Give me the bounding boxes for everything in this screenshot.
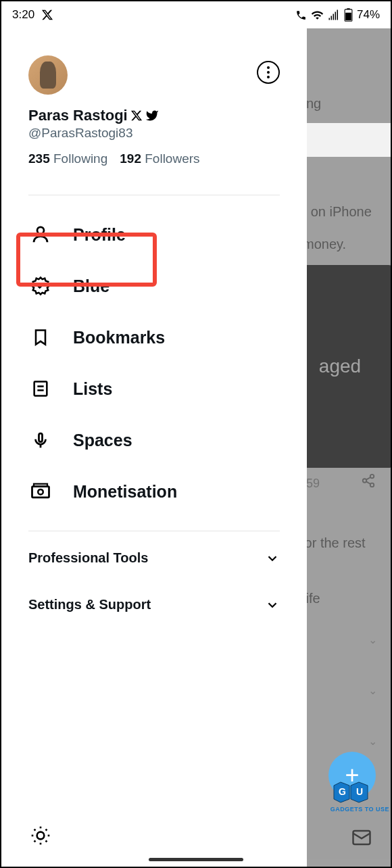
spaces-icon xyxy=(30,429,51,451)
display-name: Paras Rastogi xyxy=(28,107,128,124)
share-icon xyxy=(361,473,376,488)
svg-line-26 xyxy=(46,829,47,831)
navigation-drawer: Paras Rastogi @ParasRastogi83 235 Follow… xyxy=(1,28,307,867)
svg-rect-17 xyxy=(34,484,47,487)
svg-line-22 xyxy=(46,841,47,842)
status-time: 3:20 xyxy=(12,8,34,22)
svg-rect-10 xyxy=(34,382,47,396)
section-professional-tools-label: Professional Tools xyxy=(28,550,148,566)
home-indicator[interactable] xyxy=(149,858,243,861)
feed-backdrop: ng o on iPhone money. aged 59 for the re… xyxy=(306,28,391,867)
more-accounts-icon[interactable] xyxy=(257,61,280,84)
menu-bookmarks[interactable]: Bookmarks xyxy=(1,312,307,363)
display-name-row[interactable]: Paras Rastogi xyxy=(28,107,280,124)
backdrop-text2: money. xyxy=(303,237,346,252)
profile-icon xyxy=(30,224,51,245)
wifi-icon xyxy=(311,9,324,22)
theme-toggle-icon[interactable] xyxy=(30,825,51,846)
handle: @ParasRastogi83 xyxy=(28,126,280,141)
menu-bookmarks-label: Bookmarks xyxy=(73,328,165,347)
avatar[interactable] xyxy=(28,55,68,95)
backdrop-count: 59 xyxy=(306,477,320,491)
svg-point-18 xyxy=(37,832,45,840)
svg-line-7 xyxy=(366,477,370,480)
svg-line-6 xyxy=(366,481,370,484)
svg-text:G: G xyxy=(339,786,346,797)
menu-monetisation-label: Monetisation xyxy=(73,482,177,502)
svg-rect-13 xyxy=(39,433,43,442)
svg-rect-2 xyxy=(345,13,351,20)
watermark: G U GADGETS TO USE xyxy=(330,779,389,813)
menu-spaces[interactable]: Spaces xyxy=(1,414,307,466)
twitter-bird-icon xyxy=(145,109,159,122)
chevron-down-icon xyxy=(265,551,280,566)
menu-lists[interactable]: Lists xyxy=(1,363,307,414)
blue-icon xyxy=(30,275,51,297)
svg-line-21 xyxy=(34,829,36,831)
messages-icon[interactable] xyxy=(351,827,372,848)
menu-blue-label: Blue xyxy=(73,276,109,296)
menu-profile-label: Profile xyxy=(73,225,126,245)
menu-blue[interactable]: Blue xyxy=(1,260,307,312)
battery-icon xyxy=(344,8,353,22)
chevron-down-icon xyxy=(265,598,280,612)
backdrop-media-label: aged xyxy=(319,356,361,377)
svg-line-25 xyxy=(34,841,36,842)
svg-rect-15 xyxy=(32,487,49,498)
battery-text: 74% xyxy=(357,8,380,22)
status-bar: 3:20 74% xyxy=(1,1,391,28)
section-professional-tools[interactable]: Professional Tools xyxy=(1,538,307,578)
svg-point-5 xyxy=(370,483,374,487)
signal-icon xyxy=(328,9,340,21)
following-stat[interactable]: 235 Following xyxy=(28,151,107,166)
bookmark-icon xyxy=(30,327,51,348)
menu-lists-label: Lists xyxy=(73,379,112,399)
menu-monetisation[interactable]: Monetisation xyxy=(1,466,307,517)
backdrop-tab: ng xyxy=(306,96,321,112)
svg-point-3 xyxy=(370,475,374,479)
x-app-icon xyxy=(41,9,53,21)
phone-icon xyxy=(295,9,307,21)
backdrop-text3: for the rest xyxy=(301,535,366,551)
svg-point-16 xyxy=(38,489,43,495)
monetisation-icon xyxy=(30,481,51,502)
x-badge-icon xyxy=(130,110,143,122)
section-settings-support-label: Settings & Support xyxy=(28,597,151,612)
section-settings-support[interactable]: Settings & Support xyxy=(1,585,307,625)
svg-point-4 xyxy=(363,479,367,483)
svg-point-9 xyxy=(37,227,44,234)
lists-icon xyxy=(30,378,51,400)
backdrop-text1: o on iPhone xyxy=(299,204,372,220)
menu-profile[interactable]: Profile xyxy=(1,209,307,260)
followers-stat[interactable]: 192 Followers xyxy=(120,151,199,166)
menu-spaces-label: Spaces xyxy=(73,431,132,450)
svg-text:U: U xyxy=(356,786,364,797)
